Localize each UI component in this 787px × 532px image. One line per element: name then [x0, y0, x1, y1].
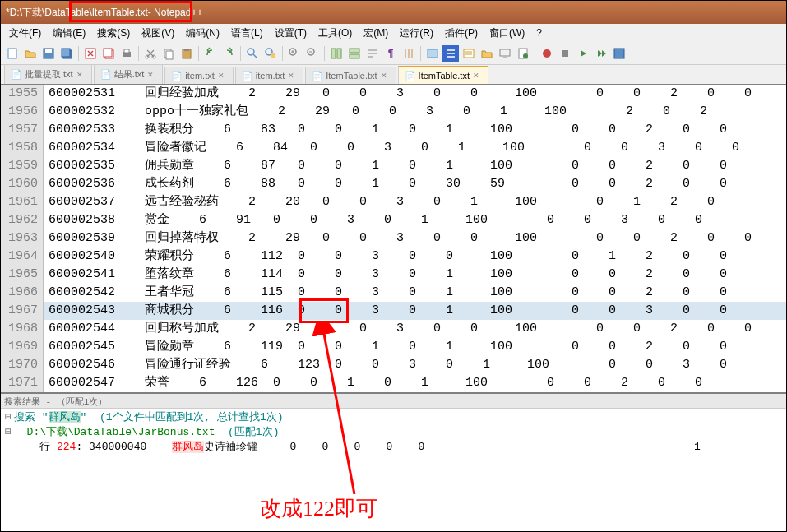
- tab-0[interactable]: 📄批量提取.txt✕: [4, 64, 92, 84]
- print-icon[interactable]: [118, 45, 135, 62]
- tab-3[interactable]: 📄item.txt✕: [235, 67, 303, 84]
- tab-4[interactable]: 📄ItemTable.txt✕: [305, 67, 396, 84]
- menu-language[interactable]: 语言(L): [226, 25, 268, 42]
- lang-icon[interactable]: [424, 45, 441, 62]
- text-row[interactable]: 600002542 王者华冠 6 115 0 0 3 0 1 100 0 0 2…: [44, 284, 786, 302]
- search-term-suffix: " (1个文件中匹配到1次, 总计查找1次): [81, 411, 284, 423]
- tab-1[interactable]: 📄结果.txt✕: [94, 64, 164, 84]
- menu-help[interactable]: ?: [531, 25, 547, 40]
- menu-run[interactable]: 运行(R): [395, 25, 438, 42]
- tab-close-icon[interactable]: ✕: [381, 72, 389, 80]
- record-icon[interactable]: [539, 45, 555, 62]
- menu-plugin[interactable]: 插件(P): [440, 25, 483, 42]
- menu-view[interactable]: 视图(V): [137, 25, 179, 42]
- tab-label: item.txt: [185, 71, 214, 81]
- line-number: 1966: [1, 284, 38, 302]
- text-row[interactable]: 600002546 冒险通行证经验 6 123 0 0 3 0 1 100 0 …: [44, 356, 786, 374]
- toolbar-sep: [240, 46, 241, 61]
- sync-h-icon[interactable]: [346, 45, 363, 62]
- text-row-selected[interactable]: 600002543 商城积分 6 116 0 0 3 0 1 100 0 0 3…: [44, 302, 786, 320]
- text-row[interactable]: 600002539 回归掉落特权 2 29 0 0 3 0 0 100 0 0 …: [44, 229, 786, 247]
- redo-icon[interactable]: [220, 45, 237, 62]
- zoom-out-icon[interactable]: [304, 45, 321, 62]
- svg-point-16: [248, 49, 254, 55]
- text-row[interactable]: 600002541 堕落纹章 6 114 0 0 3 0 1 100 0 0 2…: [44, 266, 786, 284]
- line-number: 1968: [1, 320, 38, 338]
- text-row[interactable]: 600002547 荣誉 6 126 0 0 1 0 1 100 0 0 2 0…: [44, 374, 786, 392]
- fold-minus-icon[interactable]: ⊟: [2, 410, 14, 425]
- text-row[interactable]: 600002544 回归称号加成 2 29 0 0 3 0 0 100 0 0 …: [44, 320, 786, 338]
- cut-icon[interactable]: [142, 45, 159, 62]
- toolbar-sep: [420, 46, 421, 61]
- text-row[interactable]: 600002536 成长药剂 6 88 0 0 1 0 30 59 0 0 2 …: [44, 175, 786, 193]
- monitor-icon[interactable]: [497, 45, 513, 62]
- save-icon[interactable]: [40, 45, 57, 62]
- tab-5[interactable]: 📄ItemTable.txt✕: [398, 66, 488, 84]
- search-line-1[interactable]: ⊟搜索 "群风岛" (1个文件中匹配到1次, 总计查找1次): [2, 410, 785, 425]
- editor-area[interactable]: 1955 1956 1957 1958 1959 1960 1961 1962 …: [1, 85, 786, 392]
- tab-close-icon[interactable]: ✕: [288, 72, 296, 80]
- file-icon: 📄: [243, 71, 252, 81]
- search-results-body[interactable]: ⊟搜索 "群风岛" (1个文件中匹配到1次, 总计查找1次) ⊟ D:\下载\D…: [1, 409, 786, 456]
- line-number: 1958: [1, 139, 38, 157]
- play-multi-icon[interactable]: [593, 45, 609, 62]
- replace-icon[interactable]: [262, 45, 279, 62]
- menu-edit[interactable]: 编辑(E): [48, 25, 90, 42]
- text-row[interactable]: 600002531 回归经验加成 2 29 0 0 3 0 0 100 0 0 …: [44, 85, 786, 103]
- sync-v-icon[interactable]: [328, 45, 345, 62]
- search-line-3[interactable]: 行 224: 340000040 群风岛史诗袖珍罐 0 0 0 0 0 1 op…: [2, 440, 785, 455]
- menu-tools[interactable]: 工具(O): [313, 25, 357, 42]
- find-icon[interactable]: [244, 45, 261, 62]
- folder-icon[interactable]: [479, 45, 495, 62]
- stop-icon[interactable]: [557, 45, 573, 62]
- svg-rect-25: [428, 49, 437, 58]
- svg-rect-30: [562, 50, 568, 57]
- search-hit-text1: : 340000040: [76, 441, 172, 453]
- play-icon[interactable]: [575, 45, 591, 62]
- menu-encoding[interactable]: 编码(N): [181, 25, 225, 42]
- indent-guide-icon[interactable]: [400, 45, 417, 62]
- menu-search[interactable]: 搜索(S): [92, 25, 135, 42]
- close-all-icon[interactable]: [100, 45, 117, 62]
- text-row[interactable]: 600002537 远古经验秘药 2 20 0 0 3 0 1 100 0 1 …: [44, 193, 786, 211]
- doc-list-icon[interactable]: [515, 45, 531, 62]
- text-row[interactable]: 600002535 佣兵勋章 6 87 0 0 1 0 1 100 0 0 2 …: [44, 157, 786, 175]
- save-macro-icon[interactable]: [611, 45, 627, 62]
- tab-2[interactable]: 📄item.txt✕: [164, 67, 233, 84]
- tab-close-icon[interactable]: ✕: [473, 72, 481, 80]
- wrap-icon[interactable]: [364, 45, 381, 62]
- text-row[interactable]: 600002532 oppo十一独家礼包 2 29 0 0 3 0 1 100 …: [44, 103, 786, 121]
- menu-window[interactable]: 窗口(W): [484, 25, 530, 42]
- svg-rect-0: [8, 49, 16, 58]
- menu-macro[interactable]: 宏(M): [359, 25, 393, 42]
- doc-map-icon[interactable]: [442, 45, 459, 62]
- tab-label: 批量提取.txt: [25, 68, 73, 81]
- close-icon[interactable]: [82, 45, 99, 62]
- tab-close-icon[interactable]: ✕: [218, 72, 226, 80]
- text-row[interactable]: 600002545 冒险勋章 6 119 0 0 1 0 1 100 0 0 2…: [44, 338, 786, 356]
- text-row[interactable]: 600002533 换装积分 6 83 0 0 1 0 1 100 0 0 2 …: [44, 121, 786, 139]
- line-number: 1965: [1, 266, 38, 284]
- tab-close-icon[interactable]: ✕: [76, 71, 85, 79]
- paste-icon[interactable]: [178, 45, 195, 62]
- line-number: 1957: [1, 121, 38, 139]
- zoom-in-icon[interactable]: [286, 45, 303, 62]
- editor-content[interactable]: 600002531 回归经验加成 2 29 0 0 3 0 0 100 0 0 …: [44, 85, 786, 392]
- undo-icon[interactable]: [202, 45, 219, 62]
- fold-minus-icon[interactable]: ⊟: [2, 425, 14, 440]
- title-highlight: DataTable\ItemTable.txt: [44, 7, 147, 18]
- text-row[interactable]: 600002540 荣耀积分 6 112 0 0 3 0 0 100 0 1 2…: [44, 247, 786, 266]
- menu-settings[interactable]: 设置(T): [270, 25, 312, 42]
- text-row[interactable]: 600002534 冒险者徽记 6 84 0 0 3 0 1 100 0 0 3…: [44, 139, 786, 157]
- show-all-chars-icon[interactable]: ¶: [382, 45, 399, 62]
- copy-icon[interactable]: [160, 45, 177, 62]
- save-all-icon[interactable]: [58, 45, 75, 62]
- new-file-icon[interactable]: [4, 45, 21, 62]
- open-file-icon[interactable]: [22, 45, 39, 62]
- search-line-2[interactable]: ⊟ D:\下载\DataTable\JarBonus.txt (匹配1次): [2, 425, 785, 440]
- func-list-icon[interactable]: [461, 45, 477, 62]
- title-suffix: - Notepad++: [148, 7, 203, 18]
- text-row[interactable]: 600002538 赏金 6 91 0 0 3 0 1 100 0 0 3 0 …: [44, 211, 786, 229]
- menu-file[interactable]: 文件(F): [4, 25, 46, 42]
- tab-close-icon[interactable]: ✕: [147, 71, 155, 79]
